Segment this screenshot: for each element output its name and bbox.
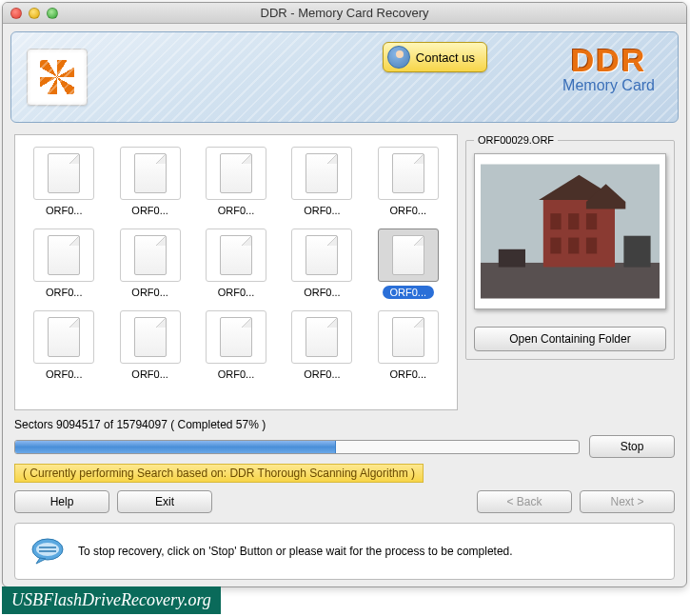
- file-icon: [33, 147, 94, 200]
- titlebar: DDR - Memory Card Recovery: [3, 3, 686, 24]
- svg-marker-2: [543, 200, 615, 268]
- file-icon: [378, 310, 439, 364]
- file-label: ORF0...: [383, 204, 435, 217]
- file-item[interactable]: ORF0...: [195, 225, 277, 303]
- progress-row: Stop: [14, 435, 675, 458]
- file-label: ORF0...: [38, 286, 90, 299]
- file-item[interactable]: ORF0...: [23, 307, 105, 385]
- open-containing-folder-button[interactable]: Open Containing Folder: [474, 327, 666, 351]
- stop-button[interactable]: Stop: [589, 435, 675, 458]
- document-icon: [392, 317, 424, 357]
- file-label: ORF0...: [124, 368, 176, 381]
- svg-rect-9: [568, 238, 579, 254]
- watermark: USBFlashDriveRecovery.org: [2, 586, 221, 614]
- svg-rect-10: [586, 238, 597, 254]
- back-button[interactable]: < Back: [477, 490, 572, 513]
- file-label: ORF0...: [383, 368, 435, 381]
- file-item[interactable]: ORF0...: [23, 143, 105, 221]
- document-icon: [306, 317, 338, 357]
- contact-label: Contact us: [416, 50, 475, 65]
- next-button[interactable]: Next >: [580, 490, 675, 513]
- help-button[interactable]: Help: [14, 490, 109, 513]
- svg-rect-6: [568, 213, 579, 229]
- chat-bubble-icon: [30, 537, 65, 566]
- preview-panel: ORF00029.ORF: [465, 134, 675, 410]
- contact-us-button[interactable]: Contact us: [383, 42, 487, 72]
- brand-title: DDR: [562, 42, 655, 79]
- document-icon: [134, 317, 167, 357]
- document-icon: [134, 153, 167, 193]
- person-icon: [387, 46, 410, 69]
- svg-rect-1: [481, 263, 660, 299]
- file-label: ORF0...: [210, 204, 263, 217]
- file-item[interactable]: ORF0...: [367, 225, 449, 303]
- file-item[interactable]: ORF0...: [23, 225, 105, 303]
- file-icon: [206, 147, 266, 200]
- file-label: ORF0...: [38, 368, 90, 381]
- file-icon: [291, 310, 352, 364]
- nav-row: Help Exit < Back Next >: [14, 490, 675, 513]
- file-icon: [291, 147, 352, 200]
- svg-point-14: [36, 543, 59, 556]
- file-label: ORF0...: [124, 204, 176, 217]
- file-label: ORF0...: [383, 286, 435, 299]
- info-box: To stop recovery, click on 'Stop' Button…: [14, 523, 675, 580]
- file-icon: [378, 229, 439, 282]
- file-item[interactable]: ORF0...: [281, 143, 363, 221]
- document-icon: [48, 317, 80, 357]
- file-label: ORF0...: [210, 286, 263, 299]
- content-area: ORF0...ORF0...ORF0...ORF0...ORF0...ORF0.…: [10, 130, 679, 584]
- progress-bar: [14, 440, 580, 454]
- app-logo: [27, 49, 88, 106]
- preview-fieldset: ORF00029.ORF: [465, 134, 675, 360]
- file-item[interactable]: ORF0...: [195, 143, 277, 221]
- svg-rect-7: [586, 213, 597, 229]
- brand-subtitle: Memory Card: [562, 77, 655, 94]
- nav-spacer: [220, 490, 469, 513]
- preview-filename: ORF00029.ORF: [474, 134, 558, 146]
- document-icon: [220, 153, 252, 193]
- document-icon: [392, 235, 424, 275]
- app-window: DDR - Memory Card Recovery Contact us DD…: [2, 2, 687, 587]
- progress-section: Sectors 9094517 of 15794097 ( Completed …: [14, 418, 675, 483]
- svg-rect-12: [623, 236, 650, 268]
- file-label: ORF0...: [38, 204, 90, 217]
- file-item[interactable]: ORF0...: [195, 307, 277, 385]
- file-item[interactable]: ORF0...: [367, 307, 449, 385]
- preview-image: [481, 160, 660, 303]
- file-item[interactable]: ORF0...: [281, 225, 363, 303]
- info-text: To stop recovery, click on 'Stop' Button…: [78, 545, 513, 558]
- file-icon: [206, 310, 266, 364]
- file-grid: ORF0...ORF0...ORF0...ORF0...ORF0...ORF0.…: [23, 143, 449, 385]
- svg-rect-8: [550, 238, 561, 254]
- file-label: ORF0...: [210, 368, 263, 381]
- document-icon: [220, 235, 252, 275]
- svg-rect-11: [499, 249, 525, 268]
- document-icon: [134, 235, 167, 275]
- file-icon: [206, 229, 266, 282]
- file-item[interactable]: ORF0...: [281, 307, 363, 385]
- file-item[interactable]: ORF0...: [108, 225, 190, 303]
- file-label: ORF0...: [124, 286, 176, 299]
- file-grid-panel: ORF0...ORF0...ORF0...ORF0...ORF0...ORF0.…: [14, 134, 458, 410]
- file-icon: [120, 147, 181, 200]
- logo-icon: [40, 60, 74, 94]
- file-icon: [33, 310, 94, 364]
- panels-row: ORF0...ORF0...ORF0...ORF0...ORF0...ORF0.…: [14, 134, 675, 410]
- file-label: ORF0...: [296, 368, 348, 381]
- document-icon: [48, 153, 80, 193]
- document-icon: [48, 235, 80, 275]
- file-item[interactable]: ORF0...: [108, 307, 190, 385]
- document-icon: [392, 153, 424, 193]
- exit-button[interactable]: Exit: [117, 490, 212, 513]
- file-icon: [291, 229, 352, 282]
- document-icon: [306, 153, 338, 193]
- preview-image-wrap: [474, 153, 666, 309]
- file-item[interactable]: ORF0...: [108, 143, 190, 221]
- file-label: ORF0...: [296, 204, 348, 217]
- document-icon: [306, 235, 338, 275]
- file-icon: [120, 310, 181, 364]
- brand-block: DDR Memory Card: [562, 42, 655, 94]
- file-item[interactable]: ORF0...: [367, 143, 449, 221]
- sectors-text: Sectors 9094517 of 15794097 ( Completed …: [14, 418, 675, 431]
